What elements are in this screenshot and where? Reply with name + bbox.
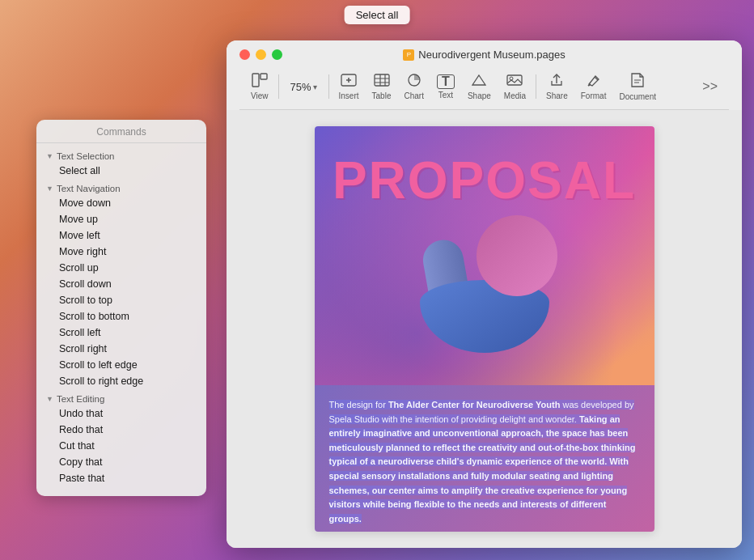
cmd-move-up[interactable]: Move up <box>40 211 203 227</box>
section-header-text-selection[interactable]: ▼ Text Selection <box>36 146 206 163</box>
toolbar-view[interactable]: View <box>246 71 273 102</box>
cmd-scroll-left[interactable]: Scroll left <box>40 325 203 341</box>
share-label: Share <box>546 91 568 100</box>
shape-label: Shape <box>468 91 491 100</box>
cmd-redo-that[interactable]: Redo that <box>40 422 203 438</box>
toolbar-format[interactable]: Format <box>576 71 612 102</box>
body-text-area: The design for The Alder Center for Neur… <box>315 385 654 532</box>
toolbar-shape[interactable]: Shape <box>463 71 496 102</box>
toolbar-divider-2 <box>328 74 329 99</box>
svg-rect-0 <box>252 74 259 87</box>
toolbar-media[interactable]: Media <box>499 71 531 102</box>
view-icon <box>252 73 268 90</box>
chart-icon <box>405 73 423 90</box>
toolbar-share[interactable]: Share <box>541 71 573 102</box>
title-bar: P Neurodivergent Museum.pages View 75% <box>227 40 742 110</box>
cmd-paste-that[interactable]: Paste that <box>40 470 203 486</box>
commands-panel: Commands ▼ Text Selection Select all ▼ T… <box>36 120 206 496</box>
toolbar-insert[interactable]: Insert <box>334 71 364 102</box>
cmd-cut-that[interactable]: Cut that <box>40 438 203 454</box>
toolbar-divider-1 <box>278 74 279 99</box>
svg-rect-1 <box>261 74 267 79</box>
cmd-scroll-up[interactable]: Scroll up <box>40 260 203 276</box>
share-icon <box>549 73 565 90</box>
pages-app-icon: P <box>403 49 414 61</box>
chevron-icon: ▼ <box>46 395 53 403</box>
page-canvas: PROPOSAL The design for The Alder Center… <box>315 126 654 532</box>
toolbar: View 75% ▾ Insert <box>239 67 729 110</box>
text-icon: T <box>437 74 455 89</box>
minimize-button[interactable] <box>256 49 266 60</box>
round-shape <box>477 215 557 296</box>
select-all-button[interactable]: Select all <box>345 6 410 24</box>
format-label: Format <box>581 91 607 100</box>
proposal-hero: PROPOSAL <box>315 126 654 385</box>
cmd-scroll-to-bottom[interactable]: Scroll to bottom <box>40 308 203 325</box>
format-icon <box>586 73 602 90</box>
document-icon <box>630 72 645 91</box>
table-label: Table <box>372 91 392 100</box>
window-title: P Neurodivergent Museum.pages <box>403 49 565 61</box>
section-header-text-navigation[interactable]: ▼ Text Navigation <box>36 179 206 195</box>
maximize-button[interactable] <box>272 49 282 60</box>
cmd-scroll-to-right-edge[interactable]: Scroll to right edge <box>40 373 203 389</box>
window-controls <box>239 49 282 60</box>
content-area: PROPOSAL The design for The Alder Center… <box>227 110 742 548</box>
text-label: Text <box>438 91 453 100</box>
toolbar-divider-3 <box>536 74 536 99</box>
shape-icon <box>470 73 488 90</box>
commands-panel-title: Commands <box>36 120 206 143</box>
pages-window: P Neurodivergent Museum.pages View 75% <box>227 40 742 548</box>
hero-object <box>404 215 566 361</box>
media-icon <box>506 73 523 90</box>
cmd-move-left[interactable]: Move left <box>40 227 203 244</box>
chart-label: Chart <box>404 91 423 100</box>
toolbar-table[interactable]: Table <box>367 71 396 102</box>
cmd-scroll-down[interactable]: Scroll down <box>40 276 203 292</box>
close-button[interactable] <box>239 49 250 60</box>
zoom-control[interactable]: 75% ▾ <box>284 78 324 96</box>
cmd-undo-that[interactable]: Undo that <box>40 405 203 422</box>
toolbar-more-button[interactable]: >> <box>697 78 722 95</box>
chevron-icon: ▼ <box>46 152 53 160</box>
table-icon <box>373 73 391 90</box>
cmd-scroll-to-top[interactable]: Scroll to top <box>40 292 203 308</box>
body-paragraph: The design for The Alder Center for Neur… <box>329 398 640 526</box>
section-label: Text Selection <box>57 151 115 161</box>
chevron-icon: ▼ <box>46 185 53 193</box>
toolbar-chart[interactable]: Chart <box>399 71 428 102</box>
svg-rect-11 <box>507 75 522 85</box>
cmd-select-all[interactable]: Select all <box>40 163 203 179</box>
cmd-scroll-to-left-edge[interactable]: Scroll to left edge <box>40 357 203 373</box>
cmd-scroll-right[interactable]: Scroll right <box>40 341 203 357</box>
cmd-copy-that[interactable]: Copy that <box>40 454 203 470</box>
view-label: View <box>251 91 269 100</box>
cmd-move-down[interactable]: Move down <box>40 195 203 211</box>
zoom-value: 75% <box>290 81 311 93</box>
insert-label: Insert <box>339 91 359 100</box>
media-label: Media <box>504 91 526 100</box>
toolbar-text[interactable]: T Text <box>432 73 460 101</box>
section-label: Text Navigation <box>57 184 121 193</box>
section-header-text-editing[interactable]: ▼ Text Editing <box>36 389 206 405</box>
proposal-title: PROPOSAL <box>315 151 654 210</box>
zoom-chevron-icon: ▾ <box>313 83 317 91</box>
insert-icon <box>340 73 358 90</box>
cmd-move-right[interactable]: Move right <box>40 244 203 260</box>
selected-text: The design for The Alder Center for Neur… <box>329 400 636 524</box>
document-label: Document <box>619 92 656 101</box>
toolbar-document[interactable]: Document <box>614 70 661 103</box>
section-label: Text Editing <box>57 394 104 404</box>
svg-rect-5 <box>375 74 389 86</box>
